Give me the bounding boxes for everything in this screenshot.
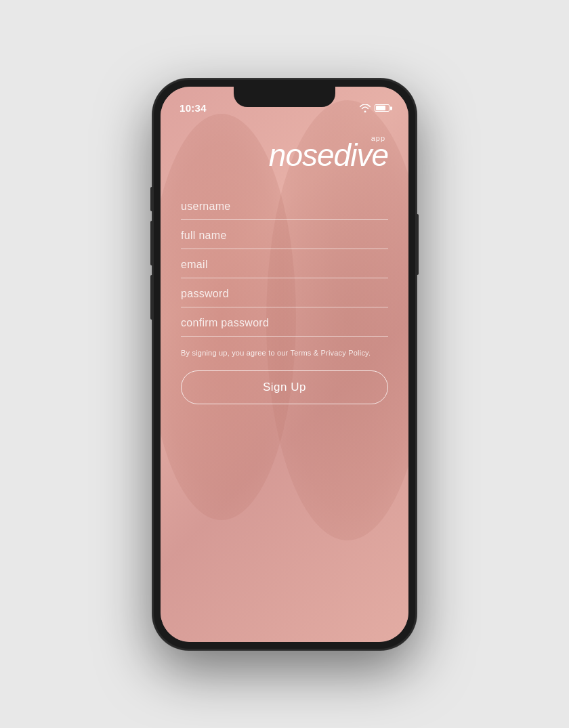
- status-icons: [360, 104, 389, 112]
- phone-frame: 10:34 app nosedive: [152, 79, 417, 650]
- fullname-field-group: [181, 220, 388, 249]
- app-name: nosedive: [269, 137, 388, 173]
- confirm-password-input[interactable]: [181, 317, 388, 329]
- wifi-icon: [360, 104, 371, 112]
- username-field-group: [181, 191, 388, 220]
- battery-fill: [376, 106, 385, 110]
- status-time: 10:34: [180, 102, 207, 114]
- signup-button[interactable]: Sign Up: [181, 370, 388, 404]
- screen-content: app nosedive: [161, 121, 408, 642]
- battery-icon: [375, 104, 389, 112]
- app-logo-section: app nosedive: [181, 121, 388, 191]
- mute-button: [150, 187, 152, 211]
- confirm-password-field-group: [181, 307, 388, 337]
- power-button: [417, 214, 419, 275]
- email-field-group: [181, 249, 388, 278]
- email-input[interactable]: [181, 259, 388, 271]
- phone-screen: 10:34 app nosedive: [161, 87, 408, 642]
- terms-text: By signing up, you agree to our Terms & …: [181, 349, 388, 357]
- fullname-input[interactable]: [181, 230, 388, 242]
- password-field-group: [181, 278, 388, 307]
- phone-notch: [234, 87, 335, 107]
- username-input[interactable]: [181, 200, 388, 213]
- volume-down-button: [150, 275, 152, 320]
- volume-up-button: [150, 221, 152, 265]
- password-input[interactable]: [181, 288, 388, 300]
- signup-form: By signing up, you agree to our Terms & …: [181, 191, 388, 622]
